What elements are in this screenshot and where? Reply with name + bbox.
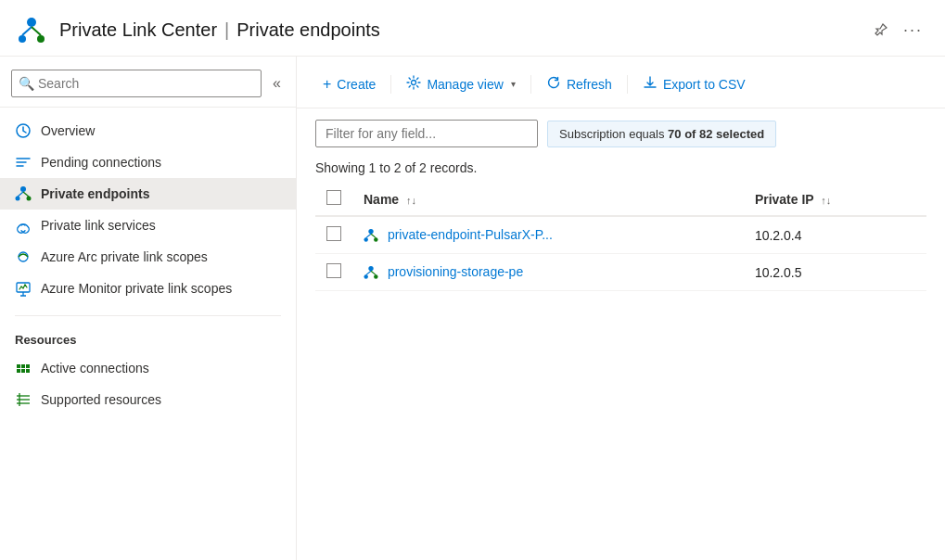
row2-name-link[interactable]: provisioning-storage-pe: [388, 264, 523, 279]
private-ip-column-header[interactable]: Private IP ↑↓: [744, 183, 926, 216]
row1-checkbox[interactable]: [326, 226, 341, 241]
svg-line-9: [18, 192, 23, 197]
select-all-header: [315, 183, 352, 216]
sidebar: 🔍 « Overview: [0, 57, 297, 560]
link-icon: [15, 217, 32, 234]
refresh-button[interactable]: Refresh: [539, 70, 619, 98]
monitor-icon: [15, 280, 32, 297]
main-layout: 🔍 « Overview: [0, 57, 945, 560]
sidebar-item-overview[interactable]: Overview: [0, 115, 296, 146]
svg-rect-17: [21, 369, 25, 373]
svg-line-28: [371, 234, 376, 237]
pin-button[interactable]: [870, 17, 892, 44]
create-label: Create: [337, 77, 376, 92]
table-row: provisioning-storage-pe 10.2.0.5: [315, 254, 926, 291]
subscription-count: 70 of 82 selected: [668, 127, 764, 141]
table-wrapper: Name ↑↓ Private IP ↑↓: [297, 183, 945, 560]
search-wrapper: 🔍: [11, 70, 262, 97]
table-row: private-endpoint-PulsarX-P... 10.2.0.4: [315, 216, 926, 254]
content-area: + Create Manage view ▾: [297, 57, 945, 560]
export-label: Export to CSV: [663, 77, 746, 92]
sidebar-item-supported-resources-label: Supported resources: [41, 392, 161, 407]
records-info: Showing 1 to 2 of 2 records.: [297, 155, 945, 183]
toolbar-sep-2: [530, 75, 531, 94]
svg-point-1: [19, 35, 26, 43]
more-button[interactable]: ···: [900, 17, 926, 44]
svg-point-0: [27, 18, 36, 27]
svg-point-2: [37, 35, 45, 43]
refresh-label: Refresh: [567, 77, 612, 92]
app-header: Private Link Center | Private endpoints …: [0, 0, 945, 57]
select-all-checkbox[interactable]: [326, 190, 341, 205]
sidebar-item-azure-monitor-label: Azure Monitor private link scopes: [41, 281, 232, 296]
page-name: Private endpoints: [236, 19, 380, 41]
svg-line-3: [22, 27, 32, 35]
create-button[interactable]: + Create: [315, 70, 383, 98]
sidebar-item-azure-monitor[interactable]: Azure Monitor private link scopes: [0, 273, 296, 304]
active-icon: [15, 360, 32, 376]
toolbar: + Create Manage view ▾: [297, 57, 945, 108]
sidebar-item-azure-arc[interactable]: Azure Arc private link scopes: [0, 241, 296, 273]
svg-rect-14: [21, 364, 25, 368]
svg-line-10: [23, 192, 29, 197]
svg-rect-13: [17, 364, 20, 368]
row2-checkbox[interactable]: [326, 263, 341, 278]
supported-icon: [15, 391, 32, 408]
header-actions: ···: [870, 17, 926, 44]
app-logo: [15, 13, 48, 46]
filter-input[interactable]: [315, 120, 538, 147]
arc-icon: [15, 248, 32, 265]
name-column-header[interactable]: Name ↑↓: [352, 183, 744, 216]
private-ip-column-label: Private IP: [755, 192, 814, 207]
row1-name-cell: private-endpoint-PulsarX-P...: [352, 216, 744, 254]
plus-icon: +: [323, 76, 331, 93]
svg-line-32: [366, 271, 371, 274]
svg-point-31: [374, 274, 377, 278]
row1-endpoint-icon: [364, 227, 382, 242]
sidebar-item-overview-label: Overview: [41, 123, 95, 138]
sidebar-item-private-endpoints-label: Private endpoints: [41, 186, 149, 201]
sidebar-item-active-connections[interactable]: Active connections: [0, 352, 296, 384]
svg-point-23: [412, 81, 416, 85]
table-header-row: Name ↑↓ Private IP ↑↓: [315, 183, 926, 216]
overview-icon: [15, 122, 32, 139]
settings-icon: [406, 75, 421, 93]
sidebar-search-row: 🔍 «: [0, 57, 296, 108]
sidebar-item-private-link-services[interactable]: Private link services: [0, 210, 296, 241]
sidebar-item-active-connections-label: Active connections: [41, 361, 149, 375]
row1-name-link[interactable]: private-endpoint-PulsarX-P...: [388, 227, 553, 242]
resources-divider: [15, 315, 281, 316]
svg-point-29: [368, 266, 373, 271]
filter-row: Subscription equals 70 of 82 selected: [297, 108, 945, 155]
export-button[interactable]: Export to CSV: [635, 70, 753, 98]
sidebar-item-azure-arc-label: Azure Arc private link scopes: [41, 249, 208, 264]
endpoints-table: Name ↑↓ Private IP ↑↓: [315, 183, 926, 291]
sidebar-item-private-endpoints[interactable]: Private endpoints: [0, 178, 296, 210]
collapse-button[interactable]: «: [269, 71, 285, 95]
header-title: Private Link Center | Private endpoints: [59, 19, 380, 41]
subscription-prefix: Subscription equals: [559, 127, 668, 141]
row2-ip-cell: 10.2.0.5: [744, 254, 926, 291]
svg-point-8: [27, 197, 32, 201]
svg-rect-16: [17, 369, 20, 373]
row1-checkbox-cell: [315, 216, 352, 254]
svg-line-4: [32, 27, 41, 35]
private-ip-sort-icon: ↑↓: [821, 195, 831, 206]
manage-view-label: Manage view: [427, 77, 504, 92]
refresh-icon: [546, 75, 561, 93]
name-column-label: Name: [364, 192, 399, 207]
endpoint-icon: [15, 185, 32, 202]
sidebar-item-private-link-services-label: Private link services: [41, 218, 156, 233]
toolbar-sep-3: [627, 75, 628, 94]
row2-endpoint-icon: [364, 264, 382, 279]
resources-section-label: Resources: [0, 320, 296, 352]
sidebar-item-pending-connections[interactable]: Pending connections: [0, 146, 296, 178]
svg-point-6: [20, 186, 26, 192]
sidebar-item-supported-resources[interactable]: Supported resources: [0, 384, 296, 415]
chevron-left-icon: «: [273, 75, 281, 91]
app-name: Private Link Center: [59, 19, 217, 41]
manage-view-button[interactable]: Manage view ▾: [399, 70, 523, 98]
svg-point-25: [364, 237, 367, 241]
search-input[interactable]: [11, 70, 262, 97]
subscription-badge: Subscription equals 70 of 82 selected: [547, 121, 776, 147]
